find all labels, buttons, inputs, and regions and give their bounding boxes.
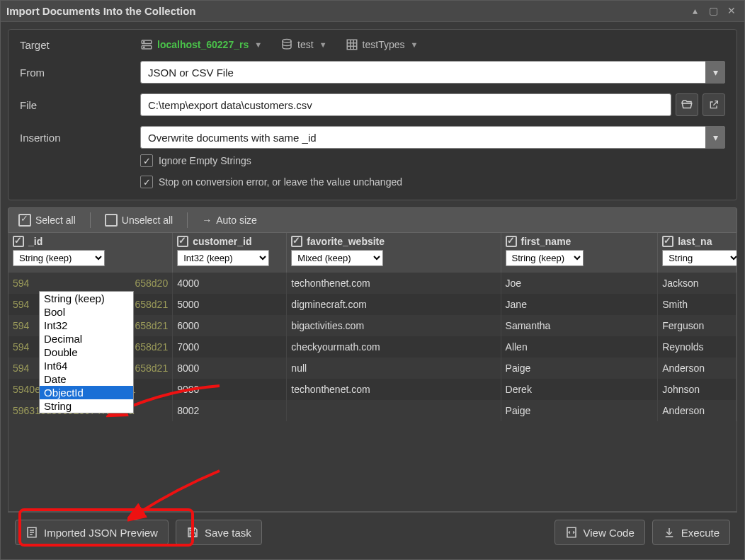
cell-last-name: Reynolds — [658, 336, 737, 358]
chevron-down-icon: ▼ — [254, 40, 262, 49]
close-icon[interactable]: ✕ — [724, 4, 739, 18]
svg-rect-5 — [347, 40, 357, 50]
server-icon — [140, 38, 153, 51]
cell-customer-id: 7000 — [173, 336, 287, 358]
cell-website: techonthenet.com — [287, 379, 501, 400]
insertion-select[interactable] — [140, 126, 725, 149]
cell-customer-id: 8002 — [173, 400, 287, 421]
folder-open-icon — [681, 98, 693, 111]
column-header: last_naString — [658, 233, 737, 273]
insertion-label: Insertion — [20, 132, 140, 144]
type-dropdown-list[interactable]: String (keep)BoolInt32DecimalDoubleInt64… — [39, 291, 134, 413]
footer: Imported JSON Preview Save task View Cod… — [8, 512, 737, 552]
file-path-input[interactable] — [140, 93, 671, 116]
column-checkbox[interactable] — [662, 236, 673, 247]
target-collection[interactable]: testTypes ▼ — [346, 38, 419, 51]
ignore-empty-label: Ignore Empty Strings — [159, 155, 251, 166]
svg-rect-15 — [190, 533, 195, 537]
external-link-icon — [708, 99, 720, 110]
view-code-button[interactable]: View Code — [555, 520, 645, 545]
database-icon — [280, 38, 293, 51]
cell-first-name: Samantha — [501, 315, 658, 336]
column-header: _idString (keep) — [8, 233, 173, 273]
column-checkbox[interactable] — [291, 236, 302, 247]
column-name: customer_id — [193, 236, 251, 247]
stop-on-error-checkbox[interactable] — [140, 176, 153, 188]
document-icon — [25, 526, 38, 539]
column-name: _id — [28, 236, 42, 247]
type-select[interactable]: Int32 (keep) — [177, 250, 269, 266]
cell-customer-id: 8000 — [173, 358, 287, 379]
json-preview-button[interactable]: Imported JSON Preview — [15, 520, 169, 545]
cell-first-name: Paige — [501, 400, 658, 421]
cell-last-name: Anderson — [658, 358, 737, 379]
window-title: Import Documents Into the Collection — [6, 5, 683, 17]
cell-customer-id: 9000 — [173, 379, 287, 400]
from-dropdown-arrow[interactable]: ▾ — [705, 61, 725, 84]
arrow-right-icon: → — [202, 215, 212, 226]
svg-point-2 — [144, 42, 145, 43]
type-option[interactable]: Decimal — [40, 332, 133, 345]
import-dialog: Import Documents Into the Collection ▴ ▢… — [0, 0, 745, 560]
browse-file-button[interactable] — [676, 93, 698, 116]
type-option[interactable]: Double — [40, 345, 133, 359]
column-header: favorite_websiteMixed (keep) — [287, 233, 501, 273]
save-icon — [186, 526, 199, 539]
uncheck-icon — [105, 214, 118, 227]
cell-first-name: Jane — [501, 294, 658, 315]
type-option[interactable]: Date — [40, 372, 133, 386]
cell-last-name: Anderson — [658, 400, 737, 421]
type-select[interactable]: String — [662, 250, 737, 266]
type-select[interactable]: Mixed (keep) — [291, 250, 383, 266]
svg-rect-14 — [190, 528, 194, 531]
cell-first-name: Paige — [501, 358, 658, 379]
maximize-icon[interactable]: ▢ — [706, 4, 720, 18]
cell-last-name: Johnson — [658, 379, 737, 400]
cell-website: null — [287, 358, 501, 379]
type-option[interactable]: Int32 — [40, 319, 133, 332]
type-option[interactable]: Int64 — [40, 359, 133, 372]
from-select[interactable] — [140, 61, 725, 84]
stop-on-error-label: Stop on conversion error, or leave the v… — [159, 176, 402, 188]
ignore-empty-checkbox[interactable] — [140, 154, 153, 167]
type-option[interactable]: Bool — [40, 305, 133, 319]
open-external-button[interactable] — [703, 93, 725, 116]
column-checkbox[interactable] — [13, 236, 24, 247]
insertion-dropdown-arrow[interactable]: ▾ — [705, 126, 725, 149]
cell-first-name: Derek — [501, 379, 658, 400]
type-option[interactable]: String — [40, 399, 133, 413]
cell-website: bigactivities.com — [287, 315, 501, 336]
form-panel: Target localhost_60227_rs ▼ test ▼ te — [8, 29, 737, 200]
column-name: last_na — [678, 236, 712, 247]
grid-toolbar: Select all Unselect all → Auto size — [8, 207, 737, 233]
target-label: Target — [20, 39, 140, 51]
cell-customer-id: 4000 — [173, 273, 287, 294]
column-header: customer_idInt32 (keep) — [173, 233, 287, 273]
type-option[interactable]: ObjectId — [40, 386, 133, 399]
cell-first-name: Joe — [501, 273, 658, 294]
auto-size-button[interactable]: → Auto size — [198, 213, 261, 227]
column-checkbox[interactable] — [177, 236, 188, 247]
svg-point-3 — [144, 47, 145, 48]
type-option[interactable]: String (keep) — [40, 292, 133, 305]
unselect-all-button[interactable]: Unselect all — [101, 212, 177, 228]
type-select[interactable]: String (keep) — [13, 250, 105, 266]
chevron-down-icon: ▼ — [319, 40, 327, 49]
select-all-button[interactable]: Select all — [14, 212, 80, 228]
minimize-icon[interactable]: ▴ — [688, 4, 702, 18]
cell-website: techonthenet.com — [287, 273, 501, 294]
type-select[interactable]: String (keep) — [506, 250, 584, 266]
save-task-button[interactable]: Save task — [176, 520, 262, 545]
target-connection[interactable]: localhost_60227_rs ▼ — [140, 38, 262, 51]
column-name: favorite_website — [307, 236, 385, 247]
cell-last-name: Jackson — [658, 273, 737, 294]
column-name: first_name — [521, 236, 571, 247]
cell-first-name: Allen — [501, 336, 658, 358]
execute-button[interactable]: Execute — [652, 520, 730, 545]
cell-last-name: Ferguson — [658, 315, 737, 336]
target-database[interactable]: test ▼ — [280, 38, 326, 51]
cell-customer-id: 6000 — [173, 315, 287, 336]
column-header: first_nameString (keep) — [501, 233, 658, 273]
column-checkbox[interactable] — [506, 236, 517, 247]
cell-website: digminecraft.com — [287, 294, 501, 315]
